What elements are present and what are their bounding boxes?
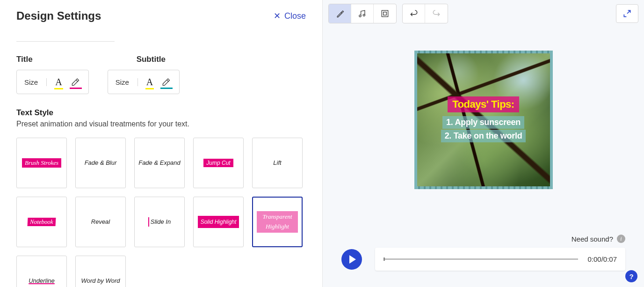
preview-line-2: 2. Take on the world — [441, 130, 526, 142]
expand-button[interactable] — [616, 4, 638, 23]
style-grid: Brush Strokes Fade & Blur Fade & Expand … — [16, 138, 306, 287]
subtitle-text-color-icon[interactable]: A — [146, 77, 153, 88]
title-size-box: Size A — [16, 70, 89, 94]
subtitle-highlight-color-icon[interactable] — [161, 77, 172, 87]
svg-rect-2 — [382, 10, 388, 16]
redo-icon — [432, 9, 441, 18]
close-icon: ✕ — [274, 11, 281, 21]
need-sound-label: Need sound? — [572, 235, 613, 243]
style-solid-highlight[interactable]: Solid Highlight — [193, 197, 244, 247]
info-icon[interactable]: i — [617, 235, 625, 243]
text-style-description: Preset animation and visual treatments f… — [16, 120, 306, 128]
title-size-label[interactable]: Size — [24, 78, 47, 86]
style-slide-in[interactable]: Slide In — [134, 197, 185, 247]
redo-button[interactable] — [425, 4, 448, 23]
undo-icon — [409, 9, 419, 18]
style-reveal[interactable]: Reveal — [75, 197, 126, 247]
text-style-heading: Text Style — [16, 108, 306, 118]
title-label: Title — [16, 55, 33, 64]
brush-tool[interactable] — [329, 4, 351, 23]
play-icon — [349, 255, 356, 264]
time-display: 0:00/0:07 — [587, 255, 617, 263]
preview-canvas[interactable]: Todays' Tips: 1. Apply sunscreen 2. Take… — [414, 51, 553, 189]
brush-icon — [335, 9, 345, 18]
music-tool[interactable] — [351, 4, 374, 23]
subtitle-size-box: Size A — [108, 70, 180, 94]
timeline-track[interactable] — [384, 258, 578, 260]
style-fade-expand[interactable]: Fade & Expand — [134, 138, 185, 188]
page-title: Design Settings — [16, 9, 101, 22]
divider — [16, 41, 115, 42]
subtitle-label: Subtitle — [137, 55, 166, 64]
style-notebook[interactable]: Notebook — [16, 197, 67, 247]
style-jump-cut[interactable]: Jump Cut — [193, 138, 244, 188]
timeline-box: 0:00/0:07 — [375, 248, 625, 271]
preview-title-text: Todays' Tips: — [448, 96, 519, 112]
style-brush-strokes[interactable]: Brush Strokes — [16, 138, 67, 188]
expand-icon — [622, 9, 632, 18]
style-fade-blur[interactable]: Fade & Blur — [75, 138, 126, 188]
frame-tool[interactable] — [374, 4, 396, 23]
preview-line-1: 1. Apply sunscreen — [442, 116, 524, 129]
title-highlight-color-icon[interactable] — [71, 77, 81, 87]
style-word-by-word[interactable]: Word by Word — [75, 256, 126, 287]
help-button[interactable]: ? — [625, 270, 637, 282]
style-lift[interactable]: Lift — [252, 138, 303, 188]
title-text-color-icon[interactable]: A — [55, 77, 62, 88]
play-button[interactable] — [341, 249, 362, 270]
svg-point-1 — [363, 14, 365, 16]
frame-icon — [380, 9, 390, 18]
undo-button[interactable] — [403, 4, 425, 23]
style-underline[interactable]: Underline — [16, 256, 67, 287]
close-label: Close — [284, 11, 306, 21]
toolbar — [323, 0, 644, 27]
music-icon — [358, 9, 367, 18]
style-transparent-highlight[interactable]: Transparent Highlight — [252, 197, 303, 247]
playback-bar: Need sound? i 0:00/0:07 — [323, 235, 644, 271]
svg-rect-3 — [384, 12, 387, 15]
close-button[interactable]: ✕ Close — [274, 11, 306, 21]
subtitle-size-label[interactable]: Size — [116, 78, 138, 86]
